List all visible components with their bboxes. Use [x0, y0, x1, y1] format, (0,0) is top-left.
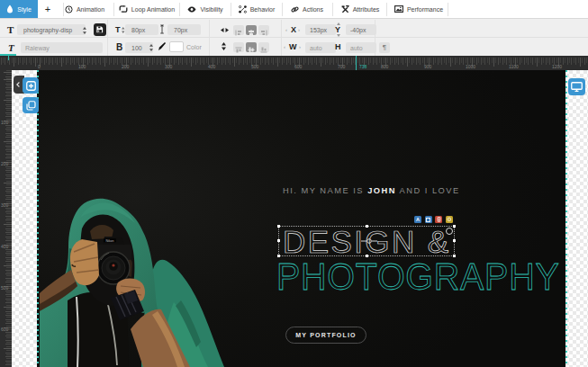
svg-text:PHOTOGRAPHY: PHOTOGRAPHY	[276, 255, 560, 298]
svg-text:Nikon: Nikon	[105, 239, 113, 243]
